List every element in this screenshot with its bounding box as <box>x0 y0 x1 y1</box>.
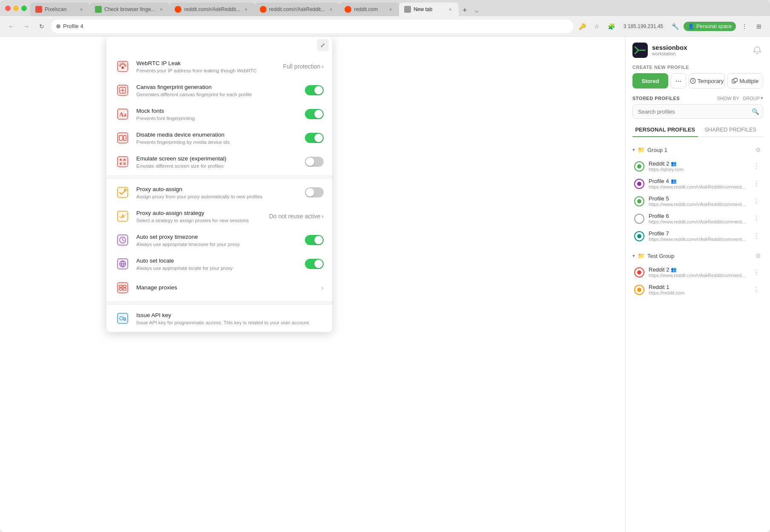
profile-menu-profile4[interactable]: ⋮ <box>751 179 761 189</box>
group-1-settings[interactable]: ⚙ <box>753 145 763 155</box>
temporary-button[interactable]: Temporary <box>689 73 724 89</box>
timezone-icon <box>115 232 130 248</box>
sb-profiles-title: STORED PROFILES <box>632 96 680 101</box>
profile-name-profile7: Profile 7 <box>649 230 747 237</box>
maximize-button[interactable] <box>21 6 27 11</box>
tab-close-check[interactable]: × <box>158 6 164 13</box>
share-icon-profile4: 👥 <box>671 178 677 184</box>
tab-reddit2[interactable]: reddit.com/r/AskReddit... × <box>255 3 339 16</box>
profile-item-reddit1[interactable]: Reddit 1 https://reddit.com ⋮ <box>632 281 763 298</box>
locale-control[interactable] <box>305 259 324 269</box>
locale-text: Auto set locale Always use appropriate l… <box>136 257 299 271</box>
personal-space-button[interactable]: 👤 Personal space <box>684 22 736 31</box>
back-button[interactable]: ← <box>5 20 17 32</box>
webrtc-desc: Prevents your IP address from leaking th… <box>136 68 277 73</box>
notification-bell[interactable] <box>751 44 763 56</box>
proxy-auto-toggle[interactable] <box>305 187 324 197</box>
tab-pixelscan[interactable]: Pixelscan × <box>30 3 90 16</box>
group-1-header[interactable]: ▾ 📁 Group 1 ⚙ <box>632 142 763 157</box>
profile-item-profile5[interactable]: Profile 5 https://www.reddit.com/r/AskRe… <box>632 192 763 210</box>
extension-puzzle-icon[interactable]: 🔧 <box>669 20 681 32</box>
tab-reddit1[interactable]: reddit.com/r/AskReddit... × <box>170 3 254 16</box>
profile-item-profile7[interactable]: Profile 7 https://www.reddit.com/r/AskRe… <box>632 227 763 245</box>
expand-button[interactable]: ⤢ <box>317 39 329 51</box>
profile-item-reddit2-g1[interactable]: Reddit 2 👥 https://iphey.com ⋮ <box>632 157 763 175</box>
timezone-control[interactable] <box>305 235 324 245</box>
tab-new[interactable]: New tab × <box>399 3 459 16</box>
group-label[interactable]: GROUP ▾ <box>743 95 763 101</box>
profile-menu-profile6[interactable]: ⋮ <box>751 214 761 224</box>
bookmark-icon[interactable]: ☆ <box>591 20 603 32</box>
profile-menu-profile5[interactable]: ⋮ <box>751 196 761 206</box>
stored-button[interactable]: Stored <box>632 73 668 89</box>
api-key-desc: Issue API key for programmatic access. T… <box>136 320 324 325</box>
tab-personal-profiles[interactable]: PERSONAL PROFILES <box>632 123 698 137</box>
profile-menu-reddit2-g1[interactable]: ⋮ <box>751 161 761 172</box>
test-group-header[interactable]: ▾ 📁 Test Group ⚙ <box>632 248 763 263</box>
manage-proxies-title: Manage proxies <box>136 284 315 292</box>
fonts-toggle[interactable] <box>305 109 324 119</box>
ip-address: 3 185.199.231.45 <box>620 22 667 31</box>
test-group-settings[interactable]: ⚙ <box>753 251 763 261</box>
tab-reddit3[interactable]: reddit.com × <box>339 3 399 16</box>
manage-proxies-control[interactable]: › <box>321 283 324 292</box>
profile-menu-profile7[interactable]: ⋮ <box>751 231 761 241</box>
key-icon[interactable]: 🔑 <box>577 20 589 32</box>
sb-create-section: CREATE NEW PROFILE Stored ··· Temporary <box>626 62 770 94</box>
canvas-desc: Generates different canvas fingerprint f… <box>136 92 299 97</box>
profile-menu-reddit1[interactable]: ⋮ <box>751 285 761 295</box>
minimize-button[interactable] <box>13 6 19 11</box>
address-input[interactable]: Profile 4 <box>51 20 573 33</box>
grid-icon[interactable]: ⊞ <box>753 20 765 32</box>
tab-close-new[interactable]: × <box>447 6 454 13</box>
manage-proxies-item[interactable]: Manage proxies › <box>106 276 332 300</box>
toolbar-right: 🔑 ☆ 🧩 3 185.199.231.45 🔧 👤 Personal spac… <box>577 20 765 32</box>
group-1-folder-icon: 📁 <box>638 146 645 153</box>
media-control[interactable] <box>305 133 324 143</box>
screen-control[interactable] <box>305 157 324 167</box>
profile-item-profile4[interactable]: Profile 4 👥 https://www.reddit.com/r/Ask… <box>632 175 763 192</box>
proxy-auto-title: Proxy auto-assign <box>136 186 299 193</box>
sb-profiles-header: STORED PROFILES SHOW BY GROUP ▾ <box>632 94 763 101</box>
settings-popup: ⤢ <box>106 37 332 332</box>
tab-close-pixelscan[interactable]: × <box>78 6 85 13</box>
tab-check-browser[interactable]: Check browser finge... × <box>90 3 170 16</box>
group-1: ▾ 📁 Group 1 ⚙ Reddit 2 <box>632 142 763 245</box>
webrtc-arrow-label: Full protection › <box>283 63 324 70</box>
media-desc: Prevents fingerprinting by media device … <box>136 140 299 145</box>
timezone-toggle[interactable] <box>305 235 324 245</box>
webrtc-control[interactable]: Full protection › <box>283 63 324 70</box>
tab-overflow-button[interactable]: ⌵ <box>471 4 483 16</box>
locale-toggle[interactable] <box>305 259 324 269</box>
tab-close-reddit1[interactable]: × <box>243 6 250 13</box>
tab-close-reddit3[interactable]: × <box>387 6 394 13</box>
personal-space-label: Personal space <box>696 23 732 29</box>
extensions-icon[interactable]: 🧩 <box>606 20 618 32</box>
fonts-control[interactable] <box>305 109 324 119</box>
profile-menu-reddit2-tg[interactable]: ⋮ <box>751 267 761 277</box>
canvas-control[interactable] <box>305 85 324 95</box>
screen-toggle[interactable] <box>305 157 324 167</box>
forward-button[interactable]: → <box>20 20 32 32</box>
test-group-folder-icon: 📁 <box>638 252 645 259</box>
browser-window: Pixelscan × Check browser finge... × red… <box>0 0 770 532</box>
new-tab-button[interactable]: + <box>459 4 471 16</box>
profile-item-reddit2-tg[interactable]: Reddit 2 👥 https://www.reddit.com/r/AskR… <box>632 263 763 281</box>
tab-shared-profiles[interactable]: SHARED PROFILES <box>698 123 764 137</box>
media-toggle[interactable] <box>305 133 324 143</box>
profile-info-profile5: Profile 5 https://www.reddit.com/r/AskRe… <box>649 195 747 207</box>
more-options-button[interactable]: ··· <box>671 73 686 89</box>
group-1-name: Group 1 <box>647 147 667 153</box>
profile-dot-inner <box>637 199 641 203</box>
proxy-strategy-control[interactable]: Do not reuse active › <box>269 213 324 220</box>
tab-close-reddit2[interactable]: × <box>328 6 334 13</box>
proxy-auto-control[interactable] <box>305 187 324 197</box>
profile-item-profile6[interactable]: Profile 6 https://www.reddit.com/r/AskRe… <box>632 210 763 227</box>
multiple-button[interactable]: Multiple <box>727 73 763 89</box>
canvas-toggle[interactable] <box>305 85 324 95</box>
multiple-label: Multiple <box>739 78 759 84</box>
menu-button[interactable]: ⋮ <box>738 20 750 32</box>
close-button[interactable] <box>5 6 11 11</box>
reload-button[interactable]: ↻ <box>36 20 48 32</box>
search-input[interactable] <box>632 104 763 119</box>
